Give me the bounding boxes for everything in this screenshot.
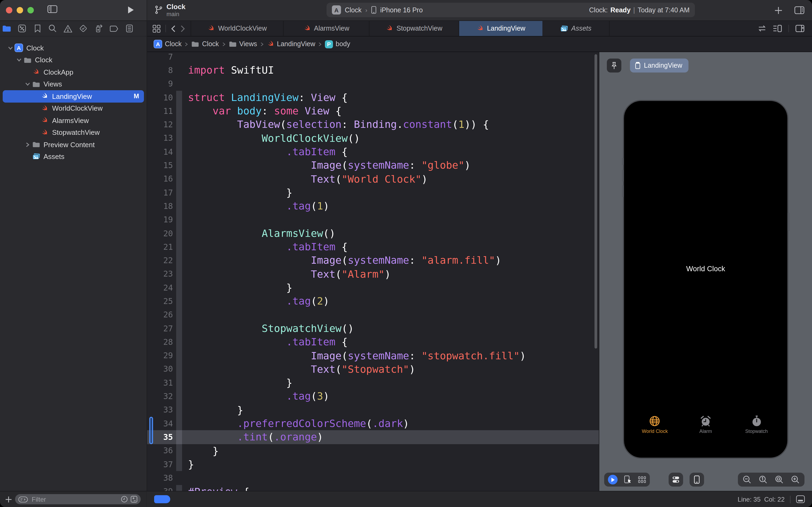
line-number[interactable]: 28: [147, 337, 173, 347]
sidebar-item-stopwatchview[interactable]: StopwatchView: [3, 126, 144, 138]
fold-ribbon[interactable]: [176, 431, 182, 444]
reports-navigator-icon[interactable]: [125, 24, 134, 33]
line-number[interactable]: 15: [147, 161, 173, 170]
tab-landingview[interactable]: LandingView: [459, 21, 542, 36]
preview-device-button[interactable]: [690, 472, 704, 487]
sidebar-item-views[interactable]: Views: [3, 78, 144, 90]
code-line-37[interactable]: 37}: [147, 458, 599, 471]
fold-ribbon[interactable]: [176, 213, 182, 227]
zoom-100-button[interactable]: [759, 475, 767, 484]
library-plus-icon[interactable]: [774, 6, 782, 14]
line-number[interactable]: 16: [147, 174, 173, 184]
line-number[interactable]: 9: [147, 79, 173, 89]
code-line-26[interactable]: 26: [147, 308, 599, 322]
code-line-36[interactable]: 36 }: [147, 444, 599, 458]
code-line-28[interactable]: 28 .tabItem {: [147, 335, 599, 349]
issues-navigator-icon[interactable]: [63, 24, 72, 33]
sidebar-item-assets[interactable]: Assets: [3, 151, 144, 163]
code-line-25[interactable]: 25 .tag(2): [147, 295, 599, 308]
code-line-34[interactable]: 34 .preferredColorScheme(.dark): [147, 417, 599, 431]
scheme-destination[interactable]: iPhone 16 Pro: [380, 6, 423, 14]
line-number[interactable]: 21: [147, 242, 173, 252]
disclosure-down-icon[interactable]: [15, 58, 22, 62]
fold-ribbon[interactable]: [176, 417, 182, 431]
code-line-20[interactable]: 20 AlarmsView(): [147, 227, 599, 240]
close-button[interactable]: [6, 7, 12, 13]
sidebar-item-worldclockview[interactable]: WorldClockView: [3, 102, 144, 114]
project-navigator-icon[interactable]: [2, 24, 11, 33]
line-number[interactable]: 23: [147, 269, 173, 279]
code-line-32[interactable]: 32 .tag(3): [147, 390, 599, 403]
back-chevron-icon[interactable]: [171, 25, 176, 32]
activity-status[interactable]: Clock: Ready | Today at 7:40 AM: [589, 6, 690, 14]
source-control-navigator-icon[interactable]: [17, 24, 26, 33]
code-line-31[interactable]: 31 }: [147, 376, 599, 390]
code-line-22[interactable]: 22 Image(systemName: "alarm.fill"): [147, 254, 599, 268]
run-button[interactable]: [127, 6, 134, 14]
code-line-14[interactable]: 14 .tabItem {: [147, 145, 599, 159]
line-number[interactable]: 29: [147, 351, 173, 360]
device-settings-button[interactable]: [669, 472, 683, 487]
preview-target-chip[interactable]: LandingView: [630, 59, 689, 72]
fold-ribbon[interactable]: [176, 227, 182, 240]
source-editor[interactable]: 78import SwiftUI910struct LandingView: V…: [147, 52, 599, 491]
sidebar-item-clock[interactable]: Clock: [3, 54, 144, 66]
code-line-7[interactable]: 7: [147, 52, 599, 64]
sidebar-toggle-icon[interactable]: [47, 5, 57, 13]
line-number[interactable]: 26: [147, 310, 173, 320]
fold-ribbon[interactable]: [176, 390, 182, 403]
code-line-11[interactable]: 11 var body: some View {: [147, 104, 599, 118]
fold-ribbon[interactable]: [176, 268, 182, 281]
code-line-39[interactable]: 39#Preview {: [147, 485, 599, 491]
sidebar-item-clock[interactable]: AClock: [3, 42, 144, 54]
preview-tab-stopwatch[interactable]: Stopwatch: [731, 415, 782, 434]
fold-ribbon[interactable]: [176, 254, 182, 268]
zoom-in-button[interactable]: [791, 475, 800, 484]
fold-ribbon[interactable]: [176, 322, 182, 335]
code-line-38[interactable]: 38: [147, 471, 599, 485]
line-number[interactable]: 13: [147, 133, 173, 143]
line-number[interactable]: 39: [147, 487, 173, 491]
breadcrumb-clock[interactable]: Clock: [191, 40, 219, 48]
fold-ribbon[interactable]: [176, 200, 182, 213]
breadcrumb-body[interactable]: Pbody: [325, 40, 350, 48]
add-file-button[interactable]: [5, 496, 12, 502]
line-number[interactable]: 11: [147, 106, 173, 116]
filter-input[interactable]: [31, 495, 118, 504]
fold-ribbon[interactable]: [176, 145, 182, 159]
code-line-15[interactable]: 15 Image(systemName: "globe"): [147, 159, 599, 172]
code-line-27[interactable]: 27 StopwatchView(): [147, 322, 599, 335]
line-number[interactable]: 14: [147, 147, 173, 157]
code-line-9[interactable]: 9: [147, 77, 599, 91]
disclosure-right-icon[interactable]: [23, 142, 31, 147]
fold-ribbon[interactable]: [176, 118, 182, 131]
fold-ribbon[interactable]: [176, 308, 182, 322]
editor-options-icon[interactable]: [773, 25, 782, 32]
fold-ribbon[interactable]: [176, 172, 182, 186]
sidebar-item-alarmsview[interactable]: AlarmsView: [3, 114, 144, 126]
fold-ribbon[interactable]: [176, 444, 182, 458]
fold-ribbon[interactable]: [176, 295, 182, 308]
selectable-mode-button[interactable]: [624, 475, 632, 484]
line-number[interactable]: 33: [147, 405, 173, 415]
inspector-toggle-icon[interactable]: [794, 6, 805, 14]
fold-ribbon[interactable]: [176, 240, 182, 254]
preview-tab-alarm[interactable]: Alarm: [680, 415, 731, 434]
fold-ribbon[interactable]: [176, 104, 182, 118]
line-number[interactable]: 37: [147, 459, 173, 469]
line-number[interactable]: 32: [147, 392, 173, 401]
change-marker-tag[interactable]: [154, 495, 170, 503]
editor-adjust-icon[interactable]: [796, 495, 805, 503]
line-number[interactable]: 20: [147, 229, 173, 238]
line-number[interactable]: 38: [147, 473, 173, 483]
code-line-10[interactable]: 10struct LandingView: View {: [147, 91, 599, 105]
code-line-33[interactable]: 33 }: [147, 403, 599, 417]
fold-ribbon[interactable]: [176, 335, 182, 349]
breakpoints-navigator-icon[interactable]: [109, 24, 118, 33]
fold-ribbon[interactable]: [176, 485, 182, 491]
code-line-24[interactable]: 24 }: [147, 281, 599, 295]
source-control-filter-icon[interactable]: [130, 496, 137, 503]
fold-ribbon[interactable]: [176, 403, 182, 417]
fold-ribbon[interactable]: [176, 349, 182, 362]
line-number[interactable]: 10: [147, 93, 173, 102]
